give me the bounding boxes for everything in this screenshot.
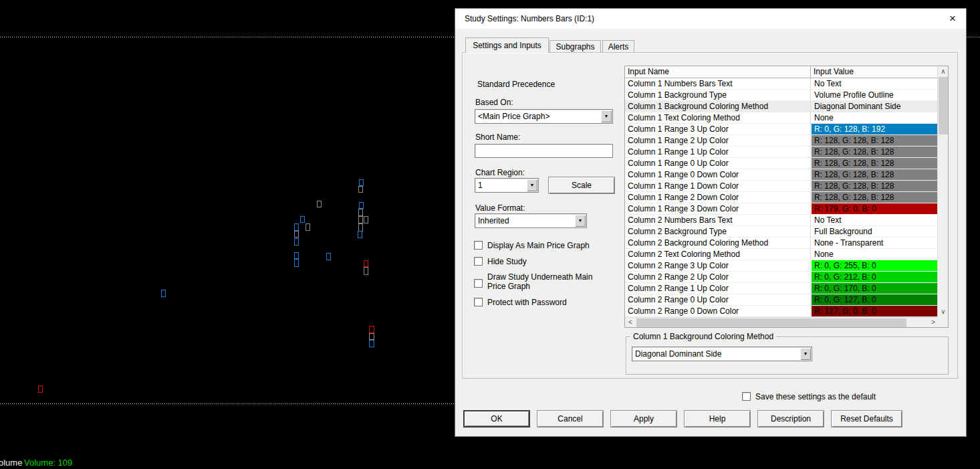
input-value-cell[interactable]: R: 0, G: 127, B: 0 xyxy=(812,294,939,305)
input-name-cell[interactable]: Column 2 Background Type xyxy=(625,226,811,237)
input-value-cell[interactable]: Full Background xyxy=(812,226,939,237)
input-value-cell[interactable]: R: 127, G: 0, B: 0 xyxy=(812,306,939,316)
value-format-dropdown[interactable]: Inherited ▼ xyxy=(475,213,587,228)
input-value-cell[interactable]: R: 0, G: 255, B: 0 xyxy=(812,260,939,271)
table-row[interactable]: Column 2 Range 1 Up ColorR: 0, G: 170, B… xyxy=(625,283,939,294)
horizontal-scrollbar-thumb[interactable] xyxy=(636,318,906,327)
chevron-down-icon[interactable]: ▼ xyxy=(527,179,537,191)
table-row[interactable]: Column 1 Range 2 Down ColorR: 128, G: 12… xyxy=(625,192,939,203)
table-row[interactable]: Column 2 Text Coloring MethodNone xyxy=(625,249,939,260)
table-row[interactable]: Column 2 Background Coloring MethodNone … xyxy=(625,238,939,249)
input-value-cell[interactable]: Diagonal Dominant Side xyxy=(812,101,939,112)
input-value-cell[interactable]: No Text xyxy=(812,215,939,225)
scroll-up-icon[interactable]: ∧ xyxy=(938,66,949,77)
table-row[interactable]: Column 1 Background TypeVolume Profile O… xyxy=(625,90,939,101)
table-row[interactable]: Column 1 Range 3 Down ColorR: 179, G: 0,… xyxy=(625,203,939,215)
input-name-cell[interactable]: Column 1 Range 2 Down Color xyxy=(625,192,811,203)
table-row[interactable]: Column 2 Numbers Bars TextNo Text xyxy=(625,215,939,226)
tab-subgraphs[interactable]: Subgraphs xyxy=(549,40,601,53)
input-name-cell[interactable]: Column 1 Range 3 Up Color xyxy=(625,124,811,134)
chevron-down-icon[interactable]: ▼ xyxy=(800,348,811,360)
protect-with-password-checkbox[interactable] xyxy=(474,298,483,306)
input-value-cell[interactable]: R: 128, G: 128, B: 128 xyxy=(812,158,939,169)
dialog-titlebar[interactable]: Study Settings: Numbers Bars (ID:1) × xyxy=(455,9,966,29)
input-value-cell[interactable]: None xyxy=(812,112,939,123)
draw-study-underneath-checkbox[interactable] xyxy=(474,279,483,288)
horizontal-scrollbar[interactable]: < > xyxy=(625,317,939,327)
short-name-input[interactable] xyxy=(475,144,613,158)
table-row[interactable]: Column 2 Range 0 Down ColorR: 127, G: 0,… xyxy=(625,306,939,317)
ok-button[interactable]: OK xyxy=(463,410,530,428)
table-row[interactable]: Column 1 Range 1 Up ColorR: 128, G: 128,… xyxy=(625,147,939,158)
table-row[interactable]: Column 1 Numbers Bars TextNo Text xyxy=(625,78,939,90)
cancel-button[interactable]: Cancel xyxy=(537,410,604,428)
display-as-main-price-graph-checkbox[interactable] xyxy=(474,241,483,250)
input-name-cell[interactable]: Column 2 Range 3 Up Color xyxy=(625,260,811,271)
input-name-cell[interactable]: Column 1 Range 0 Up Color xyxy=(625,158,811,169)
input-name-cell[interactable]: Column 1 Range 0 Down Color xyxy=(625,169,811,180)
table-row[interactable]: Column 2 Range 0 Up ColorR: 0, G: 127, B… xyxy=(625,294,939,306)
table-row[interactable]: Column 1 Range 2 Up ColorR: 128, G: 128,… xyxy=(625,135,939,147)
table-row[interactable]: Column 1 Range 0 Up ColorR: 128, G: 128,… xyxy=(625,158,939,169)
input-value-cell[interactable]: No Text xyxy=(812,78,939,89)
input-value-cell[interactable]: R: 0, G: 212, B: 0 xyxy=(812,272,939,282)
table-row[interactable]: Column 1 Text Coloring MethodNone xyxy=(625,112,939,124)
scroll-down-icon[interactable]: ∨ xyxy=(938,306,949,317)
apply-button[interactable]: Apply xyxy=(610,410,677,428)
column-header-input-name[interactable]: Input Name xyxy=(625,66,811,78)
table-row[interactable]: Column 1 Background Coloring MethodDiago… xyxy=(625,101,939,112)
column-header-input-value[interactable]: Input Value xyxy=(811,66,939,78)
table-row[interactable]: Column 2 Range 2 Up ColorR: 0, G: 212, B… xyxy=(625,272,939,283)
input-name-cell[interactable]: Column 1 Range 3 Down Color xyxy=(625,203,811,214)
tab-alerts[interactable]: Alerts xyxy=(602,40,634,53)
column1-coloring-method-dropdown[interactable]: Diagonal Dominant Side ▼ xyxy=(632,347,812,361)
chart-region-dropdown[interactable]: 1 ▼ xyxy=(475,178,539,193)
based-on-label: Based On: xyxy=(475,98,513,107)
input-value-cell[interactable]: None - Transparent xyxy=(812,238,939,248)
save-settings-default-checkbox[interactable] xyxy=(742,392,751,401)
table-row[interactable]: Column 1 Range 1 Down ColorR: 128, G: 12… xyxy=(625,181,939,192)
based-on-dropdown[interactable]: <Main Price Graph> ▼ xyxy=(475,109,613,124)
input-value-cell[interactable]: R: 128, G: 128, B: 128 xyxy=(812,135,939,146)
input-value-cell[interactable]: R: 179, G: 0, B: 0 xyxy=(812,203,939,214)
reset-defaults-button[interactable]: Reset Defaults xyxy=(831,410,902,428)
input-value-cell[interactable]: Volume Profile Outline xyxy=(812,90,939,100)
input-name-cell[interactable]: Column 2 Text Coloring Method xyxy=(625,249,811,260)
input-value-cell[interactable]: R: 128, G: 128, B: 128 xyxy=(812,181,939,191)
input-name-cell[interactable]: Column 2 Range 0 Up Color xyxy=(625,294,811,305)
table-row[interactable]: Column 1 Range 0 Down ColorR: 128, G: 12… xyxy=(625,169,939,181)
help-button[interactable]: Help xyxy=(684,410,751,428)
value-format-value: Inherited xyxy=(478,214,574,227)
table-row[interactable]: Column 2 Range 3 Up ColorR: 0, G: 255, B… xyxy=(625,260,939,272)
input-value-cell[interactable]: R: 128, G: 128, B: 128 xyxy=(812,192,939,203)
vertical-scrollbar-thumb[interactable] xyxy=(939,77,948,134)
hide-study-checkbox[interactable] xyxy=(474,257,483,266)
input-name-cell[interactable]: Column 2 Background Coloring Method xyxy=(625,238,811,248)
input-value-cell[interactable]: None xyxy=(812,249,939,260)
input-name-cell[interactable]: Column 2 Range 0 Down Color xyxy=(625,306,811,316)
input-value-cell[interactable]: R: 0, G: 170, B: 0 xyxy=(812,283,939,294)
input-name-cell[interactable]: Column 1 Range 2 Up Color xyxy=(625,135,811,146)
table-row[interactable]: Column 1 Range 3 Up ColorR: 0, G: 128, B… xyxy=(625,124,939,135)
input-name-cell[interactable]: Column 1 Range 1 Down Color xyxy=(625,181,811,191)
vertical-scrollbar[interactable]: ∧ ∨ xyxy=(937,66,948,317)
table-row[interactable]: Column 2 Background TypeFull Background xyxy=(625,226,939,238)
input-name-cell[interactable]: Column 1 Numbers Bars Text xyxy=(625,78,811,89)
description-button[interactable]: Description xyxy=(757,410,824,428)
input-name-cell[interactable]: Column 1 Range 1 Up Color xyxy=(625,147,811,157)
close-icon[interactable]: × xyxy=(945,11,961,26)
scale-button[interactable]: Scale xyxy=(548,177,615,194)
input-value-cell[interactable]: R: 128, G: 128, B: 128 xyxy=(812,147,939,157)
chevron-down-icon[interactable]: ▼ xyxy=(601,110,612,122)
input-name-cell[interactable]: Column 1 Text Coloring Method xyxy=(625,112,811,123)
input-value-cell[interactable]: R: 128, G: 128, B: 128 xyxy=(812,169,939,180)
input-name-cell[interactable]: Column 2 Range 1 Up Color xyxy=(625,283,811,294)
input-name-cell[interactable]: Column 1 Background Coloring Method xyxy=(625,101,811,112)
input-value-cell[interactable]: R: 0, G: 128, B: 192 xyxy=(812,124,939,134)
tab-settings-and-inputs[interactable]: Settings and Inputs xyxy=(465,37,549,53)
input-name-cell[interactable]: Column 1 Background Type xyxy=(625,90,811,100)
chevron-down-icon[interactable]: ▼ xyxy=(575,215,586,227)
input-name-cell[interactable]: Column 2 Range 2 Up Color xyxy=(625,272,811,282)
scroll-left-icon[interactable]: < xyxy=(625,318,636,329)
input-name-cell[interactable]: Column 2 Numbers Bars Text xyxy=(625,215,811,225)
